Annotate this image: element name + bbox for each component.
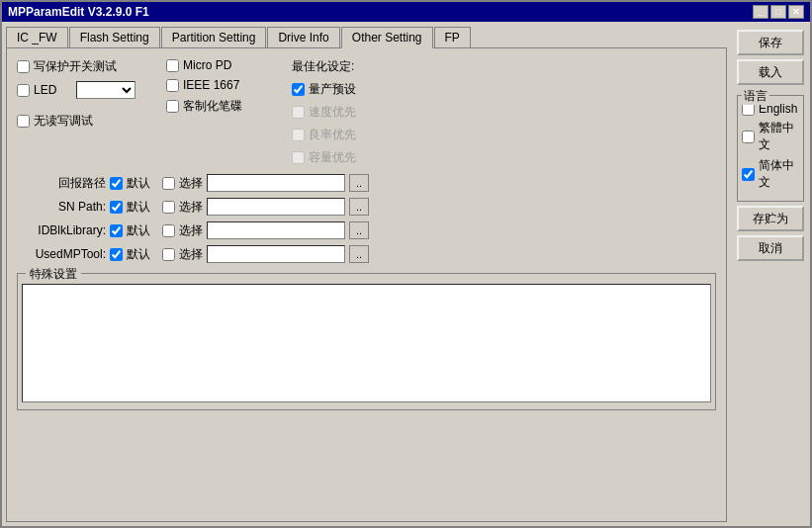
path-label-0: 回报路径 xyxy=(17,175,106,192)
tab-bar: IC _FW Flash Setting Partition Setting D… xyxy=(6,26,727,47)
led-label: LED xyxy=(34,83,56,97)
special-textarea[interactable] xyxy=(22,284,711,402)
col2: Micro PD IEEE 1667 客制化笔碟 xyxy=(166,58,262,166)
tab-fp[interactable]: FP xyxy=(434,27,471,48)
path-select-check-3[interactable] xyxy=(162,248,175,261)
paths-area: 回报路径 默认 选择 .. SN Pat xyxy=(17,174,716,263)
custom-pen-item: 客制化笔碟 xyxy=(166,98,242,115)
path-select-group-0: 选择 xyxy=(162,175,203,192)
language-label: 语言 xyxy=(742,88,769,105)
volume-preset-item: 量产预设 xyxy=(292,81,356,98)
good-priority-checkbox[interactable] xyxy=(292,129,305,141)
save-button[interactable]: 保存 xyxy=(737,30,804,55)
save-as-button[interactable]: 存贮为 xyxy=(737,206,804,231)
path-check-group-3: 默认 xyxy=(110,246,150,263)
path-select-label-3: 选择 xyxy=(179,246,203,263)
path-check-group-1: 默认 xyxy=(110,199,150,216)
path-label-1: SN Path: xyxy=(17,200,106,214)
titlebar-buttons: _ □ ✕ xyxy=(753,5,804,19)
led-dropdown[interactable] xyxy=(76,81,135,99)
tab-drive-info[interactable]: Drive Info xyxy=(267,27,339,48)
led-checkbox[interactable] xyxy=(17,84,30,97)
ieee1667-checkbox[interactable] xyxy=(166,79,179,92)
capacity-priority-checkbox[interactable] xyxy=(292,151,305,164)
speed-priority-label: 速度优先 xyxy=(309,104,356,121)
capacity-priority-label: 容量优先 xyxy=(309,149,356,166)
tab-ic-fw[interactable]: IC _FW xyxy=(6,27,68,48)
path-default-label-2: 默认 xyxy=(127,222,150,239)
section-top: 写保护开关测试 LED 无读写调试 xyxy=(17,58,716,166)
load-button[interactable]: 载入 xyxy=(737,59,804,85)
close-button[interactable]: ✕ xyxy=(788,5,804,19)
path-select-check-1[interactable] xyxy=(162,201,175,214)
led-row: LED xyxy=(17,81,136,99)
path-browse-btn-1[interactable]: .. xyxy=(349,198,369,216)
path-select-check-2[interactable] xyxy=(162,224,175,237)
path-select-group-2: 选择 xyxy=(162,222,203,239)
lang-simplified-label: 简体中文 xyxy=(759,157,799,191)
lang-simplified-item: 简体中文 xyxy=(742,157,799,191)
micro-pd-checkbox[interactable] xyxy=(166,59,179,72)
language-group: 语言 English 繁體中文 简体中文 xyxy=(737,95,804,202)
special-section-label: 特殊设置 xyxy=(26,266,81,283)
optimize-section: 最佳化设定: 量产预设 速度优先 良率优先 xyxy=(292,58,376,166)
titlebar: MPParamEdit V3.2.9.0 F1 _ □ ✕ xyxy=(2,2,810,22)
path-label-2: IDBlkLibrary: xyxy=(17,223,106,237)
path-row-3: UsedMPTool: 默认 选择 .. xyxy=(17,245,716,263)
speed-priority-item: 速度优先 xyxy=(292,104,356,121)
volume-preset-checkbox[interactable] xyxy=(292,83,305,96)
path-default-label-1: 默认 xyxy=(127,199,150,216)
content-area: IC _FW Flash Setting Partition Setting D… xyxy=(2,22,810,526)
path-browse-btn-0[interactable]: .. xyxy=(349,174,369,192)
path-browse-btn-3[interactable]: .. xyxy=(349,245,369,263)
led-item: LED xyxy=(17,83,56,97)
ieee1667-label: IEEE 1667 xyxy=(183,78,239,92)
path-input-3[interactable] xyxy=(207,245,345,263)
no-read-write-checkbox[interactable] xyxy=(17,115,30,128)
tab-content-other-setting: 写保护开关测试 LED 无读写调试 xyxy=(6,47,727,522)
good-priority-item: 良率优先 xyxy=(292,127,356,143)
path-default-check-1[interactable] xyxy=(110,201,123,214)
path-label-3: UsedMPTool: xyxy=(17,247,106,261)
path-default-check-3[interactable] xyxy=(110,248,123,261)
path-check-group-0: 默认 xyxy=(110,175,150,192)
capacity-priority-item: 容量优先 xyxy=(292,149,356,166)
path-default-label-0: 默认 xyxy=(127,175,150,192)
custom-pen-checkbox[interactable] xyxy=(166,100,179,113)
maximize-button[interactable]: □ xyxy=(770,5,786,19)
path-input-2[interactable] xyxy=(207,221,345,239)
path-check-group-2: 默认 xyxy=(110,222,150,239)
path-select-group-1: 选择 xyxy=(162,199,203,216)
path-row-2: IDBlkLibrary: 默认 选择 .. xyxy=(17,221,716,239)
special-section: 特殊设置 xyxy=(17,273,716,410)
title-text: MPParamEdit V3.2.9.0 F1 xyxy=(8,5,149,19)
tab-other-setting[interactable]: Other Setting xyxy=(341,27,433,48)
path-browse-btn-2[interactable]: .. xyxy=(349,221,369,239)
cancel-button[interactable]: 取消 xyxy=(737,235,804,261)
path-input-1[interactable] xyxy=(207,198,345,216)
lang-traditional-checkbox[interactable] xyxy=(742,131,755,143)
path-select-label-2: 选择 xyxy=(179,222,203,239)
path-default-check-0[interactable] xyxy=(110,177,123,190)
sidebar: 保存 载入 语言 English 繁體中文 简体中文 存贮为 取消 xyxy=(731,22,810,526)
col1: 写保护开关测试 LED 无读写调试 xyxy=(17,58,136,166)
no-read-write-label: 无读写调试 xyxy=(34,113,93,130)
write-protect-checkbox[interactable] xyxy=(17,60,30,73)
volume-preset-label: 量产预设 xyxy=(309,81,356,98)
main-area: IC _FW Flash Setting Partition Setting D… xyxy=(2,22,731,526)
micro-pd-item: Micro PD xyxy=(166,58,242,72)
tab-partition-setting[interactable]: Partition Setting xyxy=(161,27,267,48)
main-window: MPParamEdit V3.2.9.0 F1 _ □ ✕ IC _FW Fla… xyxy=(0,0,812,528)
lang-simplified-checkbox[interactable] xyxy=(742,168,755,181)
tab-flash-setting[interactable]: Flash Setting xyxy=(69,27,160,48)
path-default-check-2[interactable] xyxy=(110,224,123,237)
minimize-button[interactable]: _ xyxy=(753,5,768,19)
speed-priority-checkbox[interactable] xyxy=(292,106,305,119)
path-input-0[interactable] xyxy=(207,174,345,192)
lang-traditional-item: 繁體中文 xyxy=(742,120,799,153)
path-select-group-3: 选择 xyxy=(162,246,203,263)
path-select-check-0[interactable] xyxy=(162,177,175,190)
custom-pen-label: 客制化笔碟 xyxy=(183,98,242,115)
micro-pd-label: Micro PD xyxy=(183,58,231,72)
optimize-label: 最佳化设定: xyxy=(292,58,376,75)
